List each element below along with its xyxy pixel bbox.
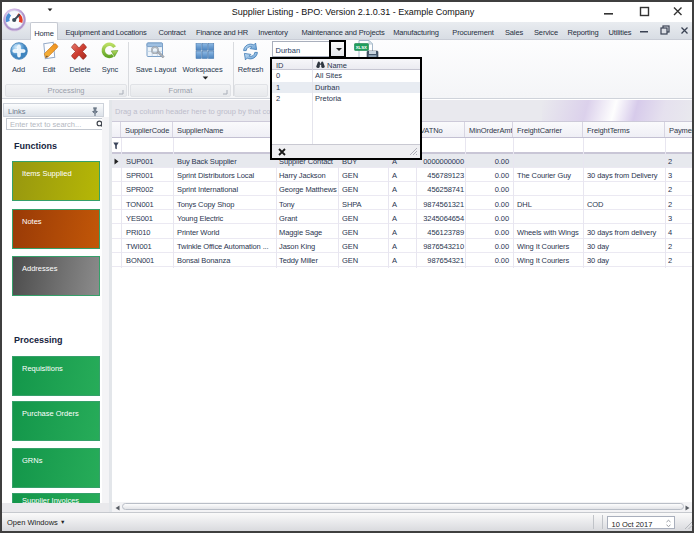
svg-text:XLSX: XLSX (356, 45, 367, 50)
